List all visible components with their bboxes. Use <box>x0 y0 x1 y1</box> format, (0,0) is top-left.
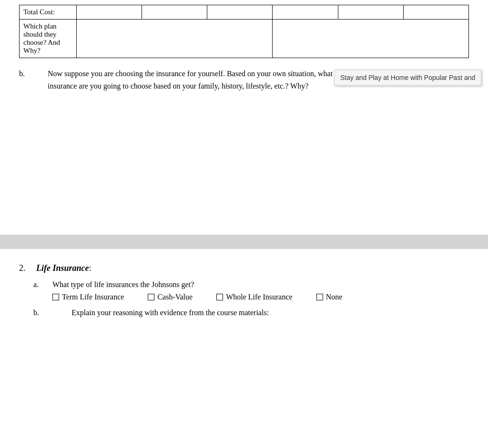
sub-letter-a: a. <box>33 280 52 289</box>
checkbox-cash-value[interactable]: Cash-Value <box>148 293 193 301</box>
answer-space-b[interactable] <box>19 92 469 225</box>
checkbox-whole-life[interactable]: Whole Life Insurance <box>216 293 292 301</box>
tooltip-popup: Stay and Play at Home with Popular Past … <box>334 70 481 86</box>
table-section: Total Cost: Which plan should they choos… <box>0 0 488 58</box>
checkbox-none-box[interactable] <box>316 294 323 300</box>
table-cell-5[interactable] <box>338 5 403 20</box>
table-cell-6[interactable] <box>403 5 468 20</box>
section-title: Life Insurance <box>36 263 89 273</box>
checkbox-cash-value-label: Cash-Value <box>157 293 193 301</box>
sub-question-a: a. What type of life insurances the John… <box>33 280 469 301</box>
total-cost-label: Total Cost: <box>20 5 77 20</box>
checkbox-whole-life-box[interactable] <box>216 294 223 300</box>
sub-question-b: b. Explain your reasoning with evidence … <box>33 309 469 378</box>
checkbox-none[interactable]: None <box>316 293 343 301</box>
life-insurance-section: 2. Life Insurance: a. What type of life … <box>0 249 488 395</box>
checkbox-whole-life-label: Whole Life Insurance <box>226 293 292 301</box>
checkbox-cash-value-box[interactable] <box>148 294 154 300</box>
tooltip-text: Stay and Play at Home with Popular Past … <box>340 74 475 81</box>
table-cell-2[interactable] <box>142 5 207 20</box>
question-b-letter: b. <box>19 68 38 92</box>
table-cell-3[interactable] <box>207 5 273 20</box>
which-plan-label: Which plan should they choose? And Why? <box>20 20 77 58</box>
sub-question-a-text: What type of life insurances the Johnson… <box>52 280 194 289</box>
section-divider <box>0 235 488 249</box>
section-colon: : <box>89 263 92 273</box>
table-row-which-plan: Which plan should they choose? And Why? <box>20 20 469 58</box>
sub-question-b-text: Explain your reasoning with evidence fro… <box>71 309 269 317</box>
which-plan-cell-right[interactable] <box>273 20 469 58</box>
sub-question-a-label: a. What type of life insurances the John… <box>33 280 469 289</box>
sub-question-b-label: b. Explain your reasoning with evidence … <box>33 309 469 317</box>
checkbox-term-life-box[interactable] <box>52 294 59 300</box>
checkbox-none-label: None <box>326 293 343 301</box>
answer-lines-b[interactable] <box>33 321 469 378</box>
section-header: 2. Life Insurance: <box>19 263 469 273</box>
section-number: 2. <box>19 263 26 273</box>
table-cell-4[interactable] <box>273 5 338 20</box>
insurance-table: Total Cost: Which plan should they choos… <box>19 5 469 58</box>
table-row-total-cost: Total Cost: <box>20 5 469 20</box>
checkbox-term-life[interactable]: Term Life Insurance <box>52 293 124 301</box>
which-plan-cell-left[interactable] <box>77 20 273 58</box>
checkbox-row: Term Life Insurance Cash-Value Whole Lif… <box>52 293 469 301</box>
sub-letter-b: b. <box>33 309 52 317</box>
table-cell-1[interactable] <box>77 5 142 20</box>
checkbox-term-life-label: Term Life Insurance <box>62 293 124 301</box>
